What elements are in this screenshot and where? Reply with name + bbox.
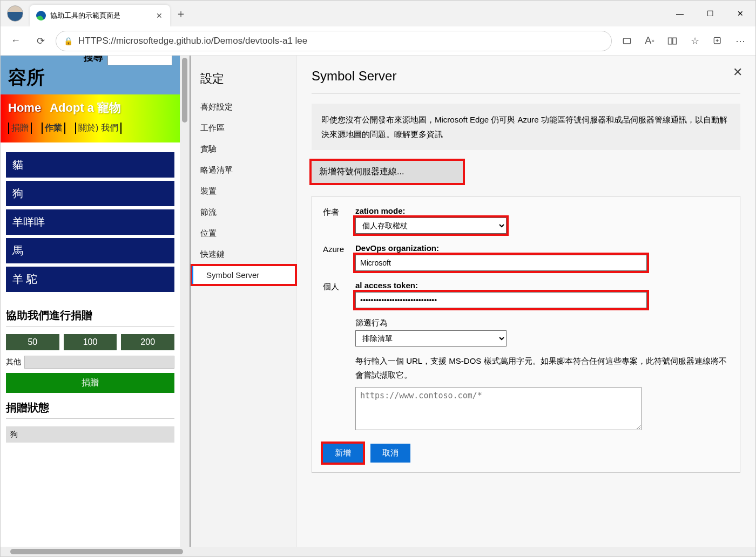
org-label-left: Azure: [323, 243, 355, 254]
auth-mode-select[interactable]: 個人存取權杖: [355, 218, 507, 234]
filter-mode-select[interactable]: 排除清單: [355, 330, 507, 347]
animal-list: 貓 狗 羊咩咩 馬 羊 駝: [1, 142, 180, 301]
reader-icon[interactable]: [663, 31, 682, 51]
settings-sidebar: 設定 喜好設定 工作區 實驗 略過清單 裝置 節流 位置 快速鍵 Symbol …: [191, 56, 296, 556]
browser-tab[interactable]: 協助工具的示範頁面是 ✕: [30, 5, 170, 26]
new-tab-button[interactable]: ＋: [172, 5, 190, 22]
list-item[interactable]: 羊 駝: [6, 267, 174, 292]
settings-title: 設定: [191, 65, 296, 97]
window-close-button[interactable]: ✕: [725, 1, 755, 26]
svg-rect-1: [669, 38, 672, 44]
status-title: 捐贈狀態: [6, 393, 174, 419]
add-button[interactable]: 新增: [323, 444, 363, 463]
cancel-button[interactable]: 取消: [370, 444, 410, 463]
site-scrollbar[interactable]: [180, 56, 190, 556]
search-label: 搜尋: [84, 56, 103, 64]
titlebar: 協助工具的示範頁面是 ✕ ＋ — ☐ ✕: [1, 1, 755, 26]
sidebar-item-throttling[interactable]: 節流: [191, 202, 296, 223]
nav-adopt[interactable]: Adopt a 寵物: [50, 100, 121, 116]
url-text: HTTPS://microsoftedge.github.io/Demos/de…: [78, 36, 604, 46]
nav-home[interactable]: Home: [5, 100, 44, 116]
amount-100[interactable]: 100: [64, 334, 117, 350]
other-amount-input[interactable]: [24, 356, 174, 369]
site-title: 容所: [8, 65, 172, 90]
svg-rect-2: [673, 38, 677, 44]
pat-label-left: 個人: [323, 281, 355, 292]
donate-section: 協助我們進行捐贈 50 100 200 其他 捐贈 捐贈狀態 狗: [1, 301, 180, 450]
search-input[interactable]: [107, 56, 172, 65]
page-title: Symbol Server: [312, 69, 740, 84]
amount-50[interactable]: 50: [6, 334, 59, 350]
org-input[interactable]: [355, 255, 647, 271]
auth-label-left: 作者: [323, 206, 355, 218]
list-item[interactable]: 貓: [6, 152, 174, 178]
app-icon[interactable]: [617, 31, 637, 51]
favorite-icon[interactable]: ☆: [685, 31, 705, 51]
sidebar-item-shortcuts[interactable]: 快速鍵: [191, 244, 296, 265]
tab-title: 協助工具的示範頁面是: [50, 11, 155, 21]
window-maximize-button[interactable]: ☐: [695, 1, 725, 26]
sidebar-item-ignorelist[interactable]: 略過清單: [191, 160, 296, 181]
window-minimize-button[interactable]: —: [665, 1, 695, 26]
back-button[interactable]: ←: [6, 31, 25, 51]
sidebar-item-preferences[interactable]: 喜好設定: [191, 97, 296, 118]
list-item[interactable]: 馬: [6, 238, 174, 263]
svg-rect-0: [623, 38, 630, 44]
sidebar-item-symbol-server[interactable]: Symbol Server: [191, 265, 296, 285]
donate-title: 協助我們進行捐贈: [6, 308, 174, 327]
nav-about[interactable]: 關於) 我們: [75, 123, 122, 134]
close-settings-icon[interactable]: ✕: [733, 65, 742, 79]
nav-donate[interactable]: 捐贈: [8, 123, 32, 134]
address-bar[interactable]: 🔒 HTTPS://microsoftedge.github.io/Demos/…: [56, 31, 612, 51]
lock-icon: 🔒: [64, 37, 73, 45]
status-value: 狗: [6, 426, 174, 443]
demo-site-panel: 搜尋 容所 Home Adopt a 寵物 捐贈 作業 關於) 我們: [1, 56, 191, 556]
sidebar-item-locations[interactable]: 位置: [191, 223, 296, 244]
add-connection-button[interactable]: 新增符號伺服器連線...: [312, 161, 463, 183]
amount-200[interactable]: 200: [121, 334, 174, 350]
pat-input[interactable]: [355, 292, 647, 308]
other-label: 其他: [6, 357, 21, 367]
filter-textarea[interactable]: [355, 387, 642, 430]
filter-description: 每行輸入一個 URL，支援 MS-DOS 樣式萬用字元。如果腳本符合任何這些專案…: [355, 354, 729, 382]
pat-label-right: al access token:: [355, 281, 729, 290]
site-nav: Home Adopt a 寵物 捐贈 作業 關於) 我們: [1, 94, 180, 142]
auth-label-right: zation mode:: [355, 206, 729, 215]
description-text: 即使您沒有公開發布來源地圖，Microsoft Edge 仍可與 Azure 功…: [312, 104, 740, 150]
settings-content: ✕ Symbol Server 即使您沒有公開發布來源地圖，Microsoft …: [296, 56, 755, 556]
donate-button[interactable]: 捐贈: [6, 373, 174, 393]
edge-icon: [36, 11, 46, 21]
filter-label: 篩選行為: [355, 318, 729, 328]
sidebar-item-devices[interactable]: 裝置: [191, 181, 296, 202]
more-icon[interactable]: ⋯: [731, 31, 750, 51]
collections-icon[interactable]: [708, 31, 727, 51]
sidebar-item-workspace[interactable]: 工作區: [191, 118, 296, 139]
profile-avatar[interactable]: [7, 5, 23, 22]
read-aloud-icon[interactable]: A»: [640, 31, 659, 51]
sidebar-item-experiments[interactable]: 實驗: [191, 139, 296, 160]
connection-form: 作者 zation mode: 個人存取權杖 Azure DevOps orga…: [312, 196, 740, 473]
org-label-right: DevOps organization:: [355, 243, 729, 253]
browser-toolbar: ← ⟳ 🔒 HTTPS://microsoftedge.github.io/De…: [1, 26, 755, 56]
nav-jobs[interactable]: 作業: [42, 123, 65, 134]
horizontal-scrollbar[interactable]: [1, 547, 755, 556]
list-item[interactable]: 羊咩咩: [6, 209, 174, 235]
refresh-button[interactable]: ⟳: [31, 31, 50, 51]
list-item[interactable]: 狗: [6, 181, 174, 206]
tab-close-icon[interactable]: ✕: [155, 11, 164, 20]
